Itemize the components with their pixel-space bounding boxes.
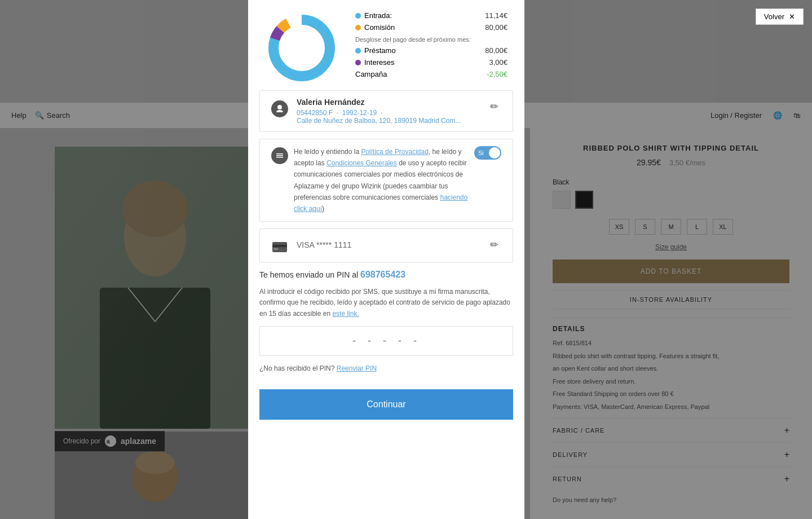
svg-rect-15 [276, 153, 283, 155]
legend-comision-label: Comisión [355, 23, 395, 32]
user-name: Valeria Hernández [297, 98, 479, 107]
terms-content: He leído y entiendo la Política de Prova… [294, 146, 469, 214]
card-section: VISA ***** 1111 ✏ [259, 228, 513, 263]
user-dob: 1992-12-19 [342, 109, 377, 117]
terms-policy-link[interactable]: Política de Provacidad [361, 148, 428, 156]
legend-campana-amount: -2,50€ [487, 70, 508, 78]
legend-intereses-label: Intereses [355, 58, 394, 67]
resend-pin-link[interactable]: Reenviar PIN [337, 364, 377, 372]
terms-toggle[interactable]: Si [474, 146, 501, 160]
chart-area: Entrada: 11,14€ Comisión 80,00€ Desglose… [248, 0, 524, 90]
svg-rect-19 [272, 245, 287, 247]
legend-intereses-amount: 3,00€ [489, 58, 508, 67]
svg-rect-20 [273, 248, 278, 250]
volver-label: Volver [764, 12, 784, 21]
legend-dot-comision [355, 25, 361, 30]
legend-entrada: Entrada: 11,14€ [355, 11, 508, 20]
payment-modal: Entrada: 11,14€ Comisión 80,00€ Desglose… [248, 0, 524, 519]
terms-end: ) [322, 205, 324, 213]
terms-section: He leído y entiendo la Política de Prova… [259, 139, 513, 222]
card-icon-svg [272, 242, 287, 252]
legend-campana-label: Campaña [355, 70, 387, 78]
user-edit-icon[interactable]: ✏ [487, 98, 501, 116]
svg-point-14 [277, 105, 282, 109]
pin-desc-text: Al introducir el código recibido por SMS… [259, 288, 510, 317]
legend-dot-entrada [355, 13, 361, 19]
terms-text: He leído y entiendo la Política de Prova… [294, 148, 467, 213]
pin-input-box [259, 326, 513, 356]
pin-title-before: Te hemos enviado un PIN al [259, 270, 360, 279]
pin-resend-before: ¿No has recibido el PIN? [259, 364, 337, 372]
terms-icon [271, 147, 288, 164]
legend-comision: Comisión 80,00€ [355, 23, 508, 32]
legend-prestamo-amount: 80,00€ [485, 46, 508, 55]
terms-conditions-link[interactable]: Condiciones Generales [326, 159, 397, 167]
legend-dot-intereses [355, 60, 361, 65]
card-icon-wrapper [271, 239, 288, 256]
user-id: 05442850 F [297, 109, 333, 117]
legend-intereses: Intereses 3,00€ [355, 58, 508, 67]
pin-number: 698765423 [360, 270, 405, 279]
legend-dot-prestamo [355, 48, 361, 54]
legend-campana: Campaña -2,50€ [355, 70, 508, 78]
pin-description: Al introducir el código recibido por SMS… [259, 287, 513, 319]
legend-prestamo-label: Préstamo [355, 46, 396, 55]
legend-prestamo: Préstamo 80,00€ [355, 46, 508, 55]
donut-chart [265, 11, 338, 85]
user-address: Calle de Nuñez de Balboa, 120, 189019 Ma… [297, 117, 479, 125]
pin-section: Te hemos enviado un PIN al 698765423 Al … [248, 270, 524, 384]
svg-point-13 [280, 27, 323, 69]
user-icon [271, 100, 288, 117]
legend-comision-amount: 80,00€ [485, 23, 508, 32]
close-icon: ✕ [789, 12, 795, 21]
pin-title: Te hemos enviado un PIN al 698765423 [259, 270, 513, 280]
card-content: VISA ***** 1111 [297, 236, 479, 254]
continue-btn-wrapper: Continuar [248, 389, 524, 431]
svg-rect-17 [276, 157, 283, 158]
user-id-dob: 05442850 F · 1992-12-19 · [297, 109, 479, 117]
pin-link[interactable]: este link. [332, 310, 359, 318]
terms-before-policy: He leído y entiendo la [294, 148, 361, 156]
breakdown-title: Desglose del pago desde el próximo mes: [355, 36, 508, 43]
user-info-content: Valeria Hernández 05442850 F · 1992-12-1… [297, 98, 479, 125]
card-edit-icon[interactable]: ✏ [487, 236, 501, 254]
card-number: VISA ***** 1111 [297, 236, 479, 254]
volver-button[interactable]: Volver ✕ [756, 8, 804, 25]
toggle-knob [489, 147, 500, 159]
continue-button[interactable]: Continuar [259, 389, 513, 420]
pin-input[interactable] [352, 335, 420, 347]
legend-entrada-amount: 11,14€ [485, 11, 508, 20]
pin-resend: ¿No has recibido el PIN? Reenviar PIN [259, 364, 513, 372]
chart-legend: Entrada: 11,14€ Comisión 80,00€ Desglose… [355, 11, 508, 82]
toggle-label: Si [478, 149, 484, 156]
toggle-container: Si [474, 146, 501, 160]
user-info-section: Valeria Hernández 05442850 F · 1992-12-1… [259, 90, 513, 132]
legend-entrada-label: Entrada: [355, 11, 392, 20]
svg-rect-16 [276, 155, 283, 156]
